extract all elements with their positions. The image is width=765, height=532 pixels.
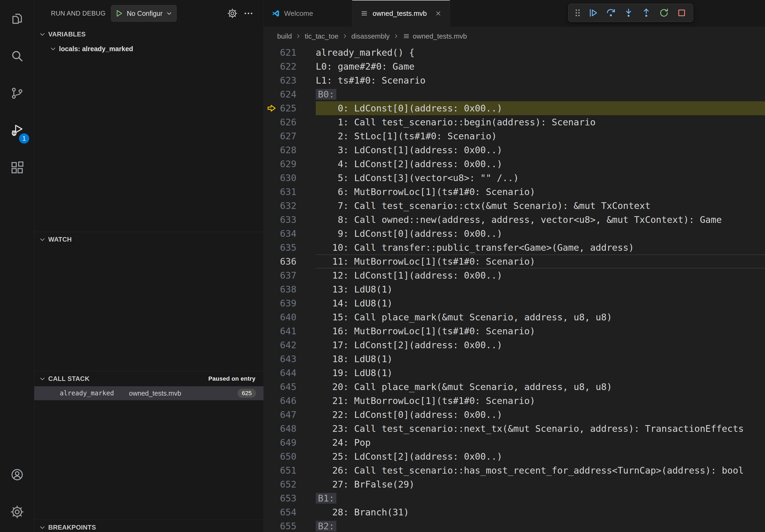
- code-text[interactable]: 24: Pop: [316, 435, 765, 449]
- code-text[interactable]: 27: BrFalse(29): [316, 477, 765, 491]
- gutter[interactable]: 625: [264, 101, 316, 115]
- code-text[interactable]: 15: Call place_mark(&mut Scenario, addre…: [316, 310, 765, 324]
- breadcrumb-item[interactable]: owned_tests.mvb: [402, 32, 467, 40]
- code-text[interactable]: 0: LdConst[0](address: 0x00..): [316, 101, 765, 115]
- activity-item-run-and-debug[interactable]: 1: [0, 112, 34, 149]
- debug-stop-button[interactable]: [673, 5, 690, 21]
- code-text[interactable]: 11: MutBorrowLoc[1](ts#1#0: Scenario): [316, 254, 765, 268]
- gutter[interactable]: 655: [264, 519, 316, 532]
- watch-section-header[interactable]: WATCH: [34, 232, 264, 247]
- code-text[interactable]: 26: Call test_scenario::has_most_recent_…: [316, 463, 765, 477]
- debug-gripper-button[interactable]: [571, 5, 584, 21]
- gutter[interactable]: 629: [264, 157, 316, 171]
- code-text[interactable]: 7: Call test_scenario::ctx(&mut Scenario…: [316, 199, 765, 213]
- activity-item-search[interactable]: [0, 37, 34, 75]
- gutter[interactable]: 623: [264, 73, 316, 87]
- tab-welcome[interactable]: Welcome: [264, 0, 352, 27]
- debug-restart-button[interactable]: [655, 5, 672, 21]
- gutter[interactable]: 628: [264, 143, 316, 157]
- debug-step-over-button[interactable]: [602, 5, 619, 21]
- gutter[interactable]: 643: [264, 352, 316, 366]
- gutter[interactable]: 639: [264, 296, 316, 310]
- gutter[interactable]: 642: [264, 338, 316, 352]
- gutter[interactable]: 633: [264, 213, 316, 227]
- code-text[interactable]: 9: LdConst[0](address: 0x00..): [316, 227, 765, 241]
- code-text[interactable]: 10: Call transfer::public_transfer<Game>…: [316, 241, 765, 254]
- breadcrumb-item[interactable]: tic_tac_toe: [305, 32, 339, 40]
- code-text[interactable]: 5: LdConst[3](vector<u8>: "" /..): [316, 171, 765, 185]
- code-text[interactable]: 2: StLoc[1](ts#1#0: Scenario): [316, 129, 765, 143]
- code-text[interactable]: 17: LdConst[2](address: 0x00..): [316, 338, 765, 352]
- code-text[interactable]: 19: LdU8(1): [316, 366, 765, 380]
- debug-config-dropdown[interactable]: No Configur: [111, 5, 177, 22]
- gutter[interactable]: 641: [264, 324, 316, 338]
- gutter[interactable]: 630: [264, 171, 316, 185]
- gutter[interactable]: 652: [264, 477, 316, 491]
- more-actions-icon[interactable]: [243, 8, 254, 19]
- activity-item-accounts[interactable]: [0, 456, 34, 493]
- code-text[interactable]: 28: Branch(31): [316, 505, 765, 519]
- code-text[interactable]: L1: ts#1#0: Scenario: [316, 73, 765, 87]
- code-text[interactable]: 18: LdU8(1): [316, 352, 765, 366]
- code-text[interactable]: 12: LdConst[1](address: 0x00..): [316, 268, 765, 282]
- debug-step-out-button[interactable]: [638, 5, 655, 21]
- code-text[interactable]: 3: LdConst[1](address: 0x00..): [316, 143, 765, 157]
- code-text[interactable]: 20: Call place_mark(&mut Scenario, addre…: [316, 380, 765, 394]
- gutter[interactable]: 646: [264, 394, 316, 408]
- code-text[interactable]: 6: MutBorrowLoc[1](ts#1#0: Scenario): [316, 185, 765, 199]
- activity-item-extensions[interactable]: [0, 149, 34, 186]
- gutter[interactable]: 640: [264, 310, 316, 324]
- code-text[interactable]: 4: LdConst[2](address: 0x00..): [316, 157, 765, 171]
- gutter[interactable]: 622: [264, 60, 316, 73]
- code-text[interactable]: 21: MutBorrowLoc[1](ts#1#0: Scenario): [316, 394, 765, 408]
- code-text[interactable]: 13: LdU8(1): [316, 282, 765, 296]
- code-area[interactable]: 621already_marked() {622L0: game#2#0: Ga…: [264, 46, 765, 532]
- activity-item-source-control[interactable]: [0, 75, 34, 112]
- variables-scope-row[interactable]: locals: already_marked: [34, 42, 264, 56]
- tab-owned-tests-mvb[interactable]: owned_tests.mvb: [352, 0, 450, 27]
- code-text[interactable]: B1:: [316, 491, 765, 505]
- breadcrumb-item[interactable]: disassembly: [352, 32, 390, 40]
- close-icon[interactable]: [435, 10, 442, 17]
- gutter[interactable]: 627: [264, 129, 316, 143]
- gutter[interactable]: 634: [264, 227, 316, 241]
- code-text[interactable]: 23: Call test_scenario::next_tx(&mut Sce…: [316, 421, 765, 435]
- code-text[interactable]: 1: Call test_scenario::begin(address): S…: [316, 115, 765, 129]
- gutter[interactable]: 631: [264, 185, 316, 199]
- gutter[interactable]: 649: [264, 435, 316, 449]
- gutter[interactable]: 626: [264, 115, 316, 129]
- activity-item-explorer[interactable]: [0, 0, 34, 37]
- gutter[interactable]: 647: [264, 408, 316, 421]
- call-stack-frame[interactable]: already_markedowned_tests.mvb625: [34, 386, 264, 400]
- gutter[interactable]: 645: [264, 380, 316, 394]
- code-text[interactable]: B0:: [316, 87, 765, 101]
- code-text[interactable]: 22: LdConst[0](address: 0x00..): [316, 408, 765, 421]
- gutter[interactable]: 653: [264, 491, 316, 505]
- code-text[interactable]: 8: Call owned::new(address, address, vec…: [316, 213, 765, 227]
- gutter[interactable]: 621: [264, 46, 316, 60]
- gutter[interactable]: 651: [264, 463, 316, 477]
- breadcrumb-item[interactable]: build: [277, 32, 292, 40]
- gutter[interactable]: 637: [264, 268, 316, 282]
- code-text[interactable]: 25: LdConst[2](address: 0x00..): [316, 449, 765, 463]
- gutter[interactable]: 636: [264, 254, 316, 268]
- gutter[interactable]: 648: [264, 421, 316, 435]
- activity-item-settings[interactable]: [0, 493, 34, 530]
- gutter[interactable]: 638: [264, 282, 316, 296]
- gutter[interactable]: 635: [264, 241, 316, 254]
- debug-step-into-button[interactable]: [620, 5, 637, 21]
- code-text[interactable]: 16: MutBorrowLoc[1](ts#1#0: Scenario): [316, 324, 765, 338]
- gutter[interactable]: 650: [264, 449, 316, 463]
- code-text[interactable]: 14: LdU8(1): [316, 296, 765, 310]
- code-text[interactable]: already_marked() {: [316, 46, 765, 60]
- gutter[interactable]: 654: [264, 505, 316, 519]
- gutter[interactable]: 644: [264, 366, 316, 380]
- variables-section-header[interactable]: VARIABLES: [34, 27, 264, 42]
- code-text[interactable]: B2:: [316, 519, 765, 532]
- breakpoints-section-header[interactable]: BREAKPOINTS: [34, 520, 264, 532]
- call-stack-section-header[interactable]: CALL STACK Paused on entry: [34, 371, 264, 386]
- gear-icon[interactable]: [227, 8, 238, 19]
- code-text[interactable]: L0: game#2#0: Game: [316, 60, 765, 73]
- gutter[interactable]: 632: [264, 199, 316, 213]
- debug-continue-button[interactable]: [585, 5, 602, 21]
